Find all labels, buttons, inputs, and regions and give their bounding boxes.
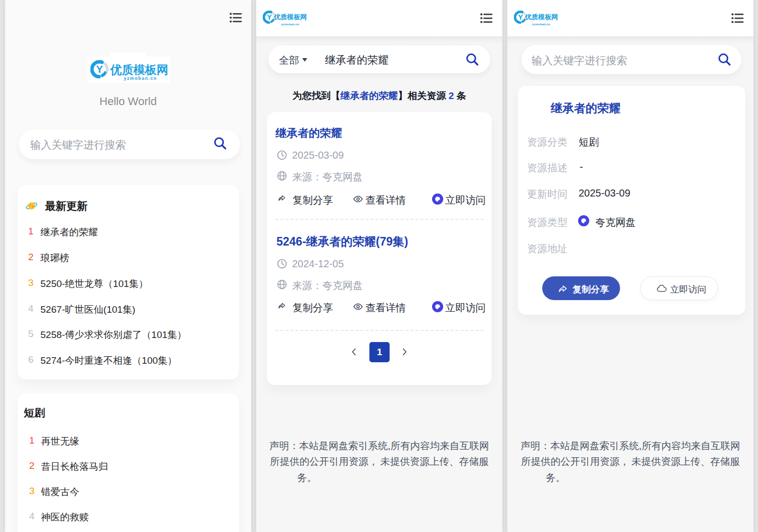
svg-text:Y: Y: [267, 13, 272, 21]
svg-text:Y: Y: [518, 13, 523, 21]
svg-text:Y: Y: [96, 64, 103, 75]
